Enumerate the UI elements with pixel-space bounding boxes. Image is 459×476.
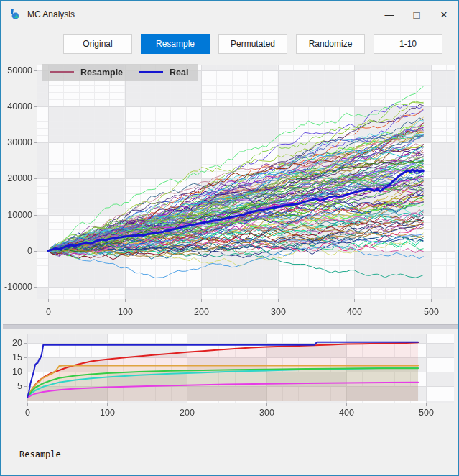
chart-legend: Resample Real bbox=[42, 64, 198, 81]
legend-label-real: Real bbox=[170, 68, 188, 78]
legend-item-resample: Resample bbox=[50, 68, 123, 78]
window-controls: — □ ✕ bbox=[376, 1, 458, 27]
close-button[interactable]: ✕ bbox=[430, 1, 458, 27]
minimize-button[interactable]: — bbox=[376, 1, 403, 27]
titlebar[interactable]: MC Analysis — □ ✕ bbox=[1, 1, 458, 27]
legend-item-real: Real bbox=[139, 68, 188, 78]
tab-randomize[interactable]: Randomize bbox=[296, 34, 365, 54]
tab-resample[interactable]: Resample bbox=[141, 34, 210, 54]
legend-label-resample: Resample bbox=[80, 68, 123, 78]
chart-splitter-handle[interactable] bbox=[3, 324, 459, 329]
app-icon bbox=[8, 7, 22, 22]
mc-analysis-window: MC Analysis — □ ✕ Original Resample Perm… bbox=[0, 0, 459, 476]
real-line-swatch bbox=[139, 71, 163, 73]
window-title: MC Analysis bbox=[27, 9, 75, 19]
tab-original[interactable]: Original bbox=[63, 34, 132, 54]
stats-header: Resample bbox=[19, 450, 445, 460]
view-tabs: Original Resample Permutated Randomize 1… bbox=[63, 34, 442, 54]
maximize-button[interactable]: □ bbox=[403, 1, 430, 27]
stats-panel: Resample Best Drawdown:USD 1793.00Avg Ma… bbox=[19, 430, 445, 476]
tab-1-10[interactable]: 1-10 bbox=[374, 34, 442, 54]
consecutive-stats-chart[interactable] bbox=[3, 329, 459, 426]
resample-line-swatch bbox=[50, 71, 74, 73]
tab-permutated[interactable]: Permutated bbox=[218, 34, 287, 54]
equity-curves-chart[interactable] bbox=[3, 58, 459, 324]
